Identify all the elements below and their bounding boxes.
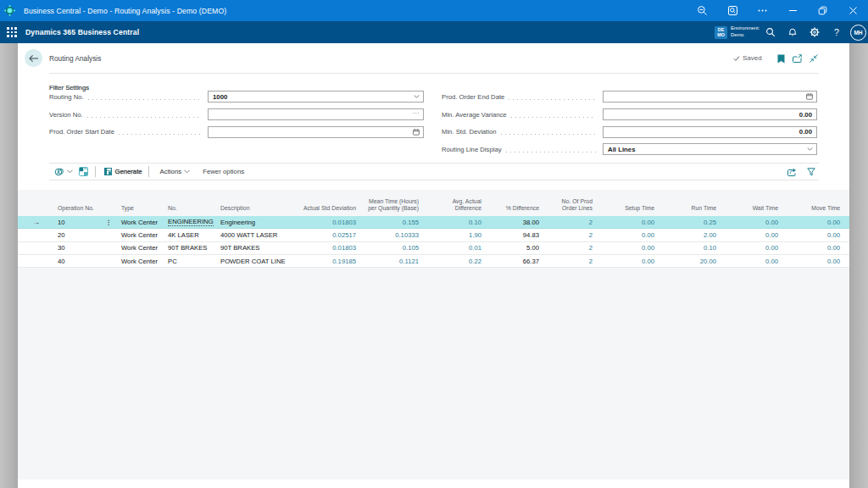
cell-no[interactable]: ENGINEERING [166, 216, 219, 228]
cell-run_time[interactable]: 0.10 [659, 242, 721, 254]
cell-mean_time[interactable]: 0.155 [361, 216, 424, 228]
column-header-pct_difference[interactable]: % Difference [487, 190, 544, 216]
cell-no[interactable]: PC [166, 255, 219, 267]
column-header-mean_time[interactable]: Mean Time (Hours) per Quantity (Base) [361, 190, 424, 216]
bookmark-icon[interactable] [776, 53, 786, 64]
cell-setup_time[interactable]: 0.00 [598, 255, 659, 267]
cell-description[interactable]: 90T BRAKES [219, 242, 298, 254]
collapse-icon[interactable] [809, 53, 819, 64]
cell-wait_time[interactable]: 0.00 [721, 255, 783, 267]
chevron-down-icon[interactable] [414, 92, 420, 102]
close-button[interactable] [838, 0, 868, 21]
waffle-menu-icon[interactable] [7, 27, 17, 37]
cell-no_of_prod_order_lines[interactable]: 2 [544, 242, 598, 254]
cell-operation_no[interactable]: 20 [56, 229, 120, 241]
assist-edit-icon[interactable]: ... [413, 107, 420, 117]
min-average-variance-input[interactable]: 0.00 [603, 108, 817, 120]
column-header-type[interactable]: Type [120, 190, 166, 216]
layout-button[interactable] [79, 167, 88, 176]
cell-avg_actual_difference[interactable]: 0.10 [424, 216, 487, 228]
fewer-options-button[interactable]: Fewer options [203, 168, 244, 175]
cell-description[interactable]: POWDER COAT LINE [219, 255, 298, 267]
cell-run_time[interactable]: 2.00 [659, 229, 721, 241]
cell-setup_time[interactable]: 0.00 [598, 242, 659, 254]
cell-operation_no[interactable]: 10⋮ [56, 216, 120, 228]
open-in-new-window-icon[interactable] [792, 53, 802, 64]
cell-avg_actual_difference[interactable]: 0.22 [424, 255, 487, 267]
views-button[interactable] [54, 167, 73, 177]
calendar-icon[interactable] [806, 92, 813, 102]
cell-type[interactable]: Work Center [120, 216, 166, 228]
restore-button[interactable] [808, 0, 838, 21]
cell-wait_time[interactable]: 0.00 [721, 242, 783, 254]
cell-move_time[interactable]: 0.00 [783, 242, 845, 254]
cell-mean_time[interactable]: 0.105 [361, 242, 424, 254]
column-header-description[interactable]: Description [219, 190, 298, 216]
cell-type[interactable]: Work Center [120, 229, 166, 241]
cell-type[interactable]: Work Center [120, 255, 166, 267]
search-icon[interactable] [760, 21, 782, 43]
environment-badge[interactable]: DE MO [715, 26, 727, 39]
cell-wait_time[interactable]: 0.00 [721, 229, 783, 241]
minimize-button[interactable] [778, 0, 809, 21]
cell-setup_time[interactable]: 0.00 [598, 216, 659, 228]
column-header-avg_actual_difference[interactable]: Avg. Actual Difference [424, 190, 487, 216]
grid-row-1[interactable]: →10⋮Work CenterENGINEERINGEngineering0.0… [18, 216, 849, 229]
cell-mean_time[interactable]: 0.10333 [361, 229, 424, 241]
generate-button[interactable]: Generate [104, 168, 142, 175]
app-brand[interactable]: Dynamics 365 Business Central [25, 28, 139, 36]
cell-setup_time[interactable]: 0.00 [598, 229, 659, 241]
settings-gear-icon[interactable] [804, 21, 826, 43]
back-button[interactable] [25, 49, 42, 67]
column-header-operation_no[interactable]: Operation No. [56, 190, 120, 216]
column-header-wait_time[interactable]: Wait Time [721, 190, 783, 216]
cell-no[interactable]: 4K LASER [166, 229, 219, 241]
cell-move_time[interactable]: 0.00 [783, 216, 845, 228]
chevron-down-icon[interactable] [807, 144, 813, 154]
cell-pct_difference[interactable]: 5.00 [487, 242, 544, 254]
prod-order-end-date-input[interactable] [603, 91, 817, 103]
more-options-icon[interactable] [748, 0, 778, 21]
cell-wait_time[interactable]: 0.00 [721, 216, 783, 228]
cell-actual_std_deviation[interactable]: 0.02517 [298, 229, 361, 241]
min-std-deviation-input[interactable]: 0.00 [603, 126, 817, 138]
cell-pct_difference[interactable]: 38.00 [487, 216, 544, 228]
prod-order-start-date-input[interactable] [208, 126, 424, 138]
cell-actual_std_deviation[interactable]: 0.01803 [298, 216, 361, 228]
cell-move_time[interactable]: 0.00 [783, 255, 845, 267]
routing-line-display-select[interactable]: All Lines [603, 143, 817, 155]
column-header-setup_time[interactable]: Setup Time [598, 190, 659, 216]
share-icon[interactable] [787, 168, 797, 176]
column-header-run_time[interactable]: Run Time [659, 190, 721, 216]
cell-actual_std_deviation[interactable]: 0.19185 [298, 255, 361, 267]
actions-menu[interactable]: Actions [160, 168, 191, 175]
cell-operation_no[interactable]: 40 [56, 255, 120, 267]
zoom-out-icon[interactable] [687, 0, 718, 21]
cell-actual_std_deviation[interactable]: 0.01803 [298, 242, 361, 254]
avatar[interactable]: MH [850, 25, 866, 41]
column-header-actual_std_deviation[interactable]: Actual Std Deviation [298, 190, 361, 216]
row-menu-dots-icon[interactable]: ⋮ [106, 219, 113, 226]
routing-no-input[interactable]: 1000 [208, 91, 424, 103]
cell-operation_no[interactable]: 30 [56, 242, 120, 254]
cell-no_of_prod_order_lines[interactable]: 2 [544, 216, 598, 228]
column-header-no[interactable]: No. [166, 190, 219, 216]
cell-run_time[interactable]: 20.00 [659, 255, 721, 267]
column-header-move_time[interactable]: Move Time [783, 190, 845, 216]
notifications-bell-icon[interactable] [782, 21, 804, 43]
grid-row-3[interactable]: 30Work Center90T BRAKES90T BRAKES0.01803… [18, 242, 849, 255]
cell-type[interactable]: Work Center [120, 242, 166, 254]
cell-no[interactable]: 90T BRAKES [166, 242, 219, 254]
calendar-icon[interactable] [413, 127, 420, 137]
cell-no_of_prod_order_lines[interactable]: 2 [544, 229, 598, 241]
cell-no_of_prod_order_lines[interactable]: 2 [544, 255, 598, 267]
column-header-no_of_prod_order_lines[interactable]: No. Of Prod Order Lines [544, 190, 598, 216]
grid-row-2[interactable]: 20Work Center4K LASER4000 WATT LASER0.02… [18, 229, 849, 241]
grid-row-4[interactable]: 40Work CenterPCPOWDER COAT LINE0.191850.… [18, 255, 849, 268]
cell-move_time[interactable]: 0.00 [783, 229, 845, 241]
cell-description[interactable]: Engineering [219, 216, 298, 228]
filter-icon[interactable] [807, 168, 815, 176]
cell-run_time[interactable]: 0.25 [659, 216, 721, 228]
cell-avg_actual_difference[interactable]: 1.90 [424, 229, 487, 241]
version-no-input[interactable]: ... [208, 108, 424, 120]
